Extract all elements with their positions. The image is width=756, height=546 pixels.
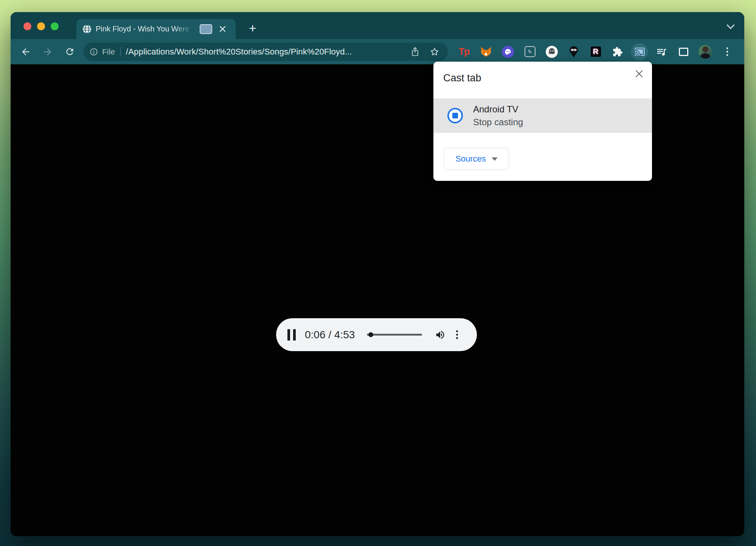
volume-icon[interactable] [435,330,446,340]
player-menu-button[interactable] [456,330,458,339]
tab-strip: Pink Floyd - Wish You Were + [11,12,744,39]
address-bar[interactable]: File /Applications/Work/Short%20Stories/… [83,42,448,61]
pause-button[interactable] [287,329,296,341]
side-panel-icon[interactable] [672,43,694,61]
spy-pin-icon[interactable] [563,43,585,61]
url-scheme-label: File [102,47,115,56]
audio-player: 0:06 / 4:53 [276,318,477,351]
cast-dialog-title: Cast tab [443,72,481,84]
stop-casting-icon[interactable] [447,108,463,123]
avatar [699,45,712,59]
tab-title: Pink Floyd - Wish You Were [96,25,196,33]
metamask-fox-icon[interactable] [475,43,497,61]
forward-button[interactable] [40,44,55,59]
tab-casting-icon [200,24,212,34]
extensions-row: Tp ✎ [453,43,738,61]
edit-square-icon[interactable]: ✎ [519,43,541,61]
window-controls [23,22,59,30]
chevron-down-icon[interactable] [726,23,735,30]
pencil-icon: ✎ [525,46,536,57]
cast-dialog: Cast tab Android TV Stop casting Sources [433,62,652,181]
caret-down-icon [492,157,498,161]
r-extension-icon[interactable]: R [585,43,607,61]
playback-time: 0:06 / 4:53 [305,329,355,341]
cast-connected-icon [634,46,645,57]
profile-avatar[interactable] [694,43,716,61]
active-tab[interactable]: Pink Floyd - Wish You Were [76,19,236,39]
cast-dialog-close-icon[interactable] [634,68,644,79]
sources-button[interactable]: Sources [444,148,509,170]
new-tab-button[interactable]: + [246,22,259,35]
sources-label: Sources [455,154,486,164]
window-minimize-button[interactable] [37,22,45,30]
window-close-button[interactable] [23,22,31,30]
cast-device-status: Stop casting [473,118,523,127]
star-icon[interactable] [430,47,439,57]
info-icon[interactable] [89,47,98,56]
browser-menu-button[interactable] [716,43,738,61]
toolbar: File /Applications/Work/Short%20Stories/… [11,39,744,64]
cast-device-name: Android TV [473,105,523,114]
kebab-menu-icon [727,47,728,56]
share-icon[interactable] [410,47,420,57]
media-controls-icon[interactable] [650,43,672,61]
tab-close-icon[interactable] [219,25,226,33]
window-zoom-button[interactable] [51,22,59,30]
omnibox-divider [120,47,121,57]
cast-device-row[interactable]: Android TV Stop casting [433,98,652,133]
back-button[interactable] [18,44,33,59]
phantom-ghost-icon[interactable] [497,43,519,61]
puzzle-extensions-icon[interactable] [607,43,629,61]
globe-icon [82,25,92,34]
url-text[interactable]: /Applications/Work/Short%20Stories/Songs… [126,47,405,57]
seek-thumb[interactable] [368,332,373,337]
cast-button-active[interactable] [629,43,650,61]
seek-bar[interactable] [367,334,422,336]
cyberghost-icon[interactable] [541,43,563,61]
reload-button[interactable] [62,44,77,59]
tastyplates-extension-icon[interactable]: Tp [453,43,475,61]
